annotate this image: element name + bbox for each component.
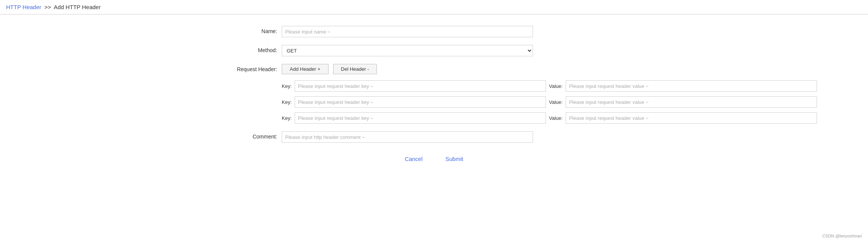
page-title: Add HTTP Header bbox=[54, 4, 101, 10]
table-row: Key: Value: bbox=[282, 96, 817, 108]
comment-label: Comment: bbox=[206, 131, 282, 140]
header-buttons: Add Header + Del Header - bbox=[282, 64, 817, 74]
comment-content bbox=[282, 131, 662, 143]
key-label-1: Key: bbox=[282, 83, 292, 89]
page-header: HTTP Header >> Add HTTP Header bbox=[0, 0, 868, 14]
key-label-2: Key: bbox=[282, 99, 292, 105]
method-content: GET POST PUT DELETE PATCH HEAD OPTIONS bbox=[282, 45, 662, 56]
http-header-link[interactable]: HTTP Header bbox=[6, 4, 41, 10]
value-label-1: Value: bbox=[549, 83, 563, 89]
table-row: Key: Value: bbox=[282, 112, 817, 124]
form-container: Name: Method: GET POST PUT DELETE PATCH … bbox=[206, 14, 662, 175]
value-input-3[interactable] bbox=[566, 112, 817, 124]
cancel-button[interactable]: Cancel bbox=[401, 154, 426, 164]
del-header-button[interactable]: Del Header - bbox=[333, 64, 377, 74]
name-row: Name: bbox=[206, 26, 662, 37]
table-row: Key: Value: bbox=[282, 80, 817, 92]
form-actions: Cancel Submit bbox=[206, 154, 662, 164]
breadcrumb-separator: >> bbox=[44, 4, 51, 10]
name-content bbox=[282, 26, 662, 37]
value-label-3: Value: bbox=[549, 115, 563, 121]
comment-input[interactable] bbox=[282, 131, 533, 143]
value-input-1[interactable] bbox=[566, 80, 817, 92]
request-header-label: Request Header: bbox=[206, 64, 282, 72]
footer-watermark: CSDN @leeyoshinari bbox=[822, 234, 862, 238]
header-rows-list: Key: Value: Key: Value: Key: Value: bbox=[282, 80, 817, 124]
key-input-2[interactable] bbox=[295, 96, 546, 108]
name-input[interactable] bbox=[282, 26, 533, 37]
key-label-3: Key: bbox=[282, 115, 292, 121]
submit-button[interactable]: Submit bbox=[442, 154, 467, 164]
method-label: Method: bbox=[206, 45, 282, 53]
method-row: Method: GET POST PUT DELETE PATCH HEAD O… bbox=[206, 45, 662, 56]
request-header-content: Add Header + Del Header - Key: Value: Ke… bbox=[282, 64, 817, 124]
comment-row: Comment: bbox=[206, 131, 662, 143]
value-input-2[interactable] bbox=[566, 96, 817, 108]
value-label-2: Value: bbox=[549, 99, 563, 105]
request-header-row: Request Header: Add Header + Del Header … bbox=[206, 64, 662, 124]
add-header-button[interactable]: Add Header + bbox=[282, 64, 329, 74]
method-select[interactable]: GET POST PUT DELETE PATCH HEAD OPTIONS bbox=[282, 45, 533, 56]
name-label: Name: bbox=[206, 26, 282, 34]
key-input-3[interactable] bbox=[295, 112, 546, 124]
key-input-1[interactable] bbox=[295, 80, 546, 92]
